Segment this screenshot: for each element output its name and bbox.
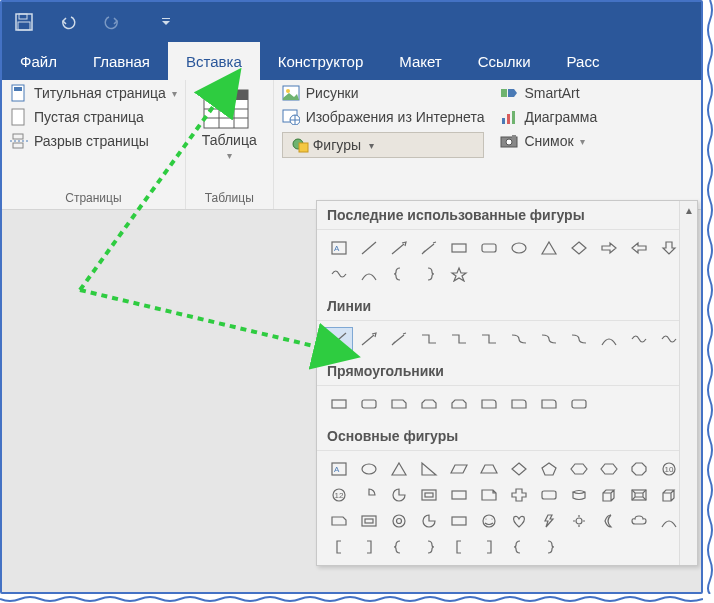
shape-basic-34[interactable] <box>625 509 653 533</box>
scrollbar[interactable]: ▲ <box>679 201 697 565</box>
shape-basic-1[interactable] <box>355 457 383 481</box>
shape-basic-41[interactable] <box>475 535 503 559</box>
shape-basic-7[interactable] <box>535 457 563 481</box>
shape-basic-14[interactable] <box>385 483 413 507</box>
shape-curve[interactable] <box>595 327 623 351</box>
undo-icon[interactable] <box>56 10 80 34</box>
shape-snip1[interactable] <box>385 392 413 416</box>
shape-basic-15[interactable] <box>415 483 443 507</box>
shape-line-arrow[interactable] <box>385 236 413 260</box>
shape-basic-42[interactable] <box>505 535 533 559</box>
save-icon[interactable] <box>12 10 36 34</box>
shape-basic-16[interactable] <box>445 483 473 507</box>
shape-basic-2[interactable] <box>385 457 413 481</box>
shape-basic-27[interactable] <box>415 509 443 533</box>
shape-basic-32[interactable] <box>565 509 593 533</box>
shape-basic-22[interactable] <box>625 483 653 507</box>
shape-basic-3[interactable] <box>415 457 443 481</box>
shapes-button[interactable]: Фигуры▾ <box>282 132 485 158</box>
tab-home[interactable]: Главная <box>75 42 168 80</box>
shape-round2-diag[interactable] <box>535 392 563 416</box>
shape-basic-6[interactable] <box>505 457 533 481</box>
shape-basic-43[interactable] <box>535 535 563 559</box>
shape-basic-13[interactable] <box>355 483 383 507</box>
qat-dropdown-icon[interactable] <box>154 10 178 34</box>
shape-basic-8[interactable] <box>565 457 593 481</box>
shape-basic-24[interactable] <box>325 509 353 533</box>
shape-curved-conn[interactable] <box>505 327 533 351</box>
redo-icon[interactable] <box>100 10 124 34</box>
shape-basic-17[interactable] <box>475 483 503 507</box>
shape-rect[interactable] <box>325 392 353 416</box>
shape-connector-double[interactable] <box>475 327 503 351</box>
online-pictures-button[interactable]: Изображения из Интернета <box>282 108 485 126</box>
shape-basic-18[interactable] <box>505 483 533 507</box>
shape-round1[interactable] <box>475 392 503 416</box>
shape-round-all[interactable] <box>565 392 593 416</box>
pictures-button[interactable]: Рисунки <box>282 84 485 102</box>
shape-round2-same[interactable] <box>505 392 533 416</box>
shape-basic-39[interactable] <box>415 535 443 559</box>
shape-freeform[interactable] <box>625 327 653 351</box>
shape-star[interactable] <box>445 262 473 286</box>
shape-basic-19[interactable] <box>535 483 563 507</box>
shape-basic-37[interactable] <box>355 535 383 559</box>
tab-mailings[interactable]: Расс <box>549 42 618 80</box>
shape-line-double[interactable] <box>415 236 443 260</box>
shape-snip-diag[interactable] <box>445 392 473 416</box>
shape-basic-0[interactable]: A <box>325 457 353 481</box>
shape-curve[interactable] <box>355 262 383 286</box>
tab-design[interactable]: Конструктор <box>260 42 382 80</box>
shape-triangle[interactable] <box>535 236 563 260</box>
shape-basic-9[interactable] <box>595 457 623 481</box>
tab-insert[interactable]: Вставка <box>168 42 260 80</box>
shape-basic-33[interactable] <box>595 509 623 533</box>
shape-diamond[interactable] <box>565 236 593 260</box>
shape-line-arrow[interactable] <box>355 327 383 351</box>
shape-basic-21[interactable] <box>595 483 623 507</box>
shape-line[interactable] <box>355 236 383 260</box>
shape-basic-5[interactable] <box>475 457 503 481</box>
shape-basic-31[interactable] <box>535 509 563 533</box>
shape-curved-conn-arrow[interactable] <box>535 327 563 351</box>
shape-connector-arrow[interactable] <box>445 327 473 351</box>
shape-basic-40[interactable] <box>445 535 473 559</box>
shape-arrow-right[interactable] <box>595 236 623 260</box>
shape-basic-10[interactable] <box>625 457 653 481</box>
shape-basic-29[interactable] <box>475 509 503 533</box>
shape-arrow-left[interactable] <box>625 236 653 260</box>
blank-page-button[interactable]: Пустая страница <box>10 108 177 126</box>
tab-file[interactable]: Файл <box>2 42 75 80</box>
tab-layout[interactable]: Макет <box>381 42 459 80</box>
shape-basic-4[interactable] <box>445 457 473 481</box>
screenshot-button[interactable]: Снимок▾ <box>500 132 597 150</box>
shape-basic-25[interactable] <box>355 509 383 533</box>
shape-line[interactable] <box>325 327 353 351</box>
scroll-up-icon[interactable]: ▲ <box>680 201 698 219</box>
shape-snip2[interactable] <box>415 392 443 416</box>
shape-oval[interactable] <box>505 236 533 260</box>
shape-textbox[interactable]: A <box>325 236 353 260</box>
chart-button[interactable]: Диаграмма <box>500 108 597 126</box>
shape-line-double-arrow[interactable] <box>385 327 413 351</box>
shape-roundrect[interactable] <box>355 392 383 416</box>
shape-brace-r[interactable] <box>415 262 443 286</box>
shape-connector[interactable] <box>415 327 443 351</box>
table-button[interactable]: Таблица ▾ <box>202 84 257 161</box>
shape-basic-12[interactable]: 12 <box>325 483 353 507</box>
shape-basic-38[interactable] <box>385 535 413 559</box>
shape-rect[interactable] <box>445 236 473 260</box>
shape-basic-26[interactable] <box>385 509 413 533</box>
shape-basic-36[interactable] <box>325 535 353 559</box>
tab-references[interactable]: Ссылки <box>460 42 549 80</box>
smartart-button[interactable]: SmartArt <box>500 84 597 102</box>
shape-basic-20[interactable] <box>565 483 593 507</box>
shape-roundrect[interactable] <box>475 236 503 260</box>
shape-freeform[interactable] <box>325 262 353 286</box>
page-break-button[interactable]: Разрыв страницы <box>10 132 177 150</box>
cover-page-button[interactable]: Титульная страница▾ <box>10 84 177 102</box>
shape-basic-30[interactable] <box>505 509 533 533</box>
shape-basic-28[interactable] <box>445 509 473 533</box>
shape-brace-l[interactable] <box>385 262 413 286</box>
shape-curved-conn-double[interactable] <box>565 327 593 351</box>
